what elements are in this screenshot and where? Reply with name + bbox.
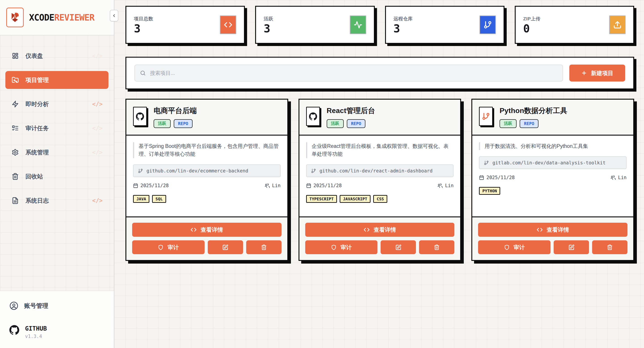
project-card-header: 电商平台后端 活跃 REPO <box>126 100 287 136</box>
edit-button[interactable] <box>208 240 243 254</box>
project-title: React管理后台 <box>327 106 375 116</box>
users-icon <box>264 183 270 188</box>
sidebar-item-label: 系统管理 <box>26 149 49 156</box>
delete-button[interactable] <box>246 240 282 254</box>
sidebar-item-system-admin[interactable]: 系统管理 </> <box>5 143 108 161</box>
project-owner: Lin <box>438 183 454 188</box>
sidebar-item-label: 仪表盘 <box>26 52 43 60</box>
users-icon <box>610 175 616 180</box>
trash-icon <box>434 244 440 250</box>
type-badge-repo: REPO <box>520 119 538 128</box>
gear-icon <box>12 149 19 156</box>
status-badge-active: 活跃 <box>327 119 344 128</box>
audit-button[interactable]: 审计 <box>305 240 378 254</box>
sidebar: XCODEREVIEWER 仪表盘 </> 项目管理 即时分析 </> <box>0 0 114 348</box>
github-icon <box>10 325 19 335</box>
stat-card-total-projects: 项目总数 3 <box>126 6 245 44</box>
project-owner: Lin <box>610 175 626 180</box>
tech-tag: PYTHON <box>479 187 500 195</box>
audit-button[interactable]: 审计 <box>478 240 550 254</box>
stat-value: 3 <box>134 23 153 34</box>
sidebar-item-label: 回收站 <box>26 173 43 180</box>
project-card-body: 用于数据清洗、分析和可视化的Python工具集 gitlab.com/lin-d… <box>472 136 633 195</box>
sidebar-item-account[interactable]: 账号管理 <box>10 301 104 310</box>
project-tags: JAVA SQL <box>133 195 281 203</box>
code-decoration-icon: </> <box>92 101 103 107</box>
sidebar-nav: 仪表盘 </> 项目管理 即时分析 </> 审计任务 </> 系统管理 </> <box>0 35 114 291</box>
trash-icon <box>12 173 19 180</box>
edit-icon <box>222 244 228 250</box>
project-tags: TYPESCRIPT JAVASCRIPT CSS <box>306 195 454 203</box>
git-branch-icon <box>311 169 316 173</box>
sidebar-item-audit-tasks[interactable]: 审计任务 </> <box>5 119 108 137</box>
project-date: 2025/11/28 <box>306 183 342 188</box>
shield-icon <box>158 245 164 250</box>
view-details-button[interactable]: 查看详情 <box>478 223 628 237</box>
app-version: v1.3.4 <box>25 334 47 339</box>
code-decoration-icon: </> <box>92 52 103 59</box>
code-icon <box>364 227 370 233</box>
calendar-icon <box>306 183 311 188</box>
sidebar-item-dashboard[interactable]: 仪表盘 </> <box>5 47 108 65</box>
brand-title: XCODEREVIEWER <box>29 12 94 22</box>
search-input[interactable] <box>134 65 563 82</box>
sidebar-item-recycle-bin[interactable]: 回收站 <box>5 168 108 185</box>
shield-icon <box>504 245 510 250</box>
calendar-icon <box>479 175 484 180</box>
edit-icon <box>568 244 574 250</box>
view-details-label: 查看详情 <box>374 226 396 233</box>
stat-value: 0 <box>523 23 540 34</box>
code-decoration-icon: </> <box>92 197 103 204</box>
search-icon <box>140 70 146 76</box>
brand-orange: REVIEWER <box>54 12 94 22</box>
stat-label: 项目总数 <box>134 16 153 22</box>
project-description: 用于数据清洗、分析和可视化的Python工具集 <box>479 142 626 150</box>
audit-label: 审计 <box>340 244 352 251</box>
repo-url-text: github.com/lin-dev/react-admin-dashboard <box>320 168 433 174</box>
sidebar-item-projects[interactable]: 项目管理 <box>5 71 108 89</box>
status-badge-active: 活跃 <box>500 119 516 128</box>
sidebar-item-system-logs[interactable]: 系统日志 </> <box>5 192 108 209</box>
stat-value: 3 <box>394 23 413 34</box>
project-tags: PYTHON <box>479 187 626 195</box>
sidebar-item-label: 审计任务 <box>26 124 49 132</box>
project-repo-url: gitlab.com/lin-dev/data-analysis-toolkit <box>479 156 626 169</box>
new-project-label: 新建项目 <box>591 69 613 77</box>
brand-black: XCODE <box>29 12 54 22</box>
repo-url-text: gitlab.com/lin-dev/data-analysis-toolkit <box>492 160 606 166</box>
stat-card-active: 活跃 3 <box>255 6 374 44</box>
chevron-left-icon <box>112 13 116 18</box>
search-panel: 新建项目 <box>126 57 634 89</box>
edit-button[interactable] <box>554 240 589 254</box>
git-branch-icon <box>484 160 489 165</box>
sidebar-item-label: 即时分析 <box>26 100 49 108</box>
github-label: GITHUB <box>25 325 47 332</box>
delete-button[interactable] <box>592 240 628 254</box>
project-card-body: 企业级React管理后台模板，集成权限管理、数据可视化、表单处理等功能 gith… <box>300 136 460 203</box>
view-details-button[interactable]: 查看详情 <box>305 223 454 237</box>
upload-icon <box>609 15 626 34</box>
github-version-block: GITHUB v1.3.4 <box>10 325 104 339</box>
audit-button[interactable]: 审计 <box>132 240 204 254</box>
new-project-button[interactable]: 新建项目 <box>569 65 625 82</box>
app-root: XCODEREVIEWER 仪表盘 </> 项目管理 即时分析 </> <box>0 0 644 348</box>
audit-label: 审计 <box>168 244 179 251</box>
sidebar-item-label: 项目管理 <box>26 76 49 84</box>
plus-icon <box>581 70 587 76</box>
calendar-icon <box>133 183 138 188</box>
sidebar-item-instant-analysis[interactable]: 即时分析 </> <box>5 95 108 113</box>
stats-row: 项目总数 3 活跃 3 远程仓库 3 <box>126 6 634 44</box>
delete-button[interactable] <box>419 240 454 254</box>
zap-icon <box>12 101 19 108</box>
sidebar-collapse-button[interactable] <box>110 10 118 21</box>
trash-icon <box>607 244 613 250</box>
edit-button[interactable] <box>380 240 416 254</box>
phoenix-logo-icon <box>9 12 21 23</box>
project-description: 企业级React管理后台模板，集成权限管理、数据可视化、表单处理等功能 <box>306 142 454 158</box>
repo-url-text: github.com/lin-dev/ecommerce-backend <box>146 168 248 174</box>
view-details-button[interactable]: 查看详情 <box>132 223 282 237</box>
project-description: 基于Spring Boot的电商平台后端服务，包含用户管理、商品管理、订单处理等… <box>133 142 281 158</box>
project-card-body: 基于Spring Boot的电商平台后端服务，包含用户管理、商品管理、订单处理等… <box>126 136 287 203</box>
projects-grid: 电商平台后端 活跃 REPO 基于Spring Boot的电商平台后端服务，包含… <box>126 99 634 261</box>
code-icon <box>537 227 543 233</box>
